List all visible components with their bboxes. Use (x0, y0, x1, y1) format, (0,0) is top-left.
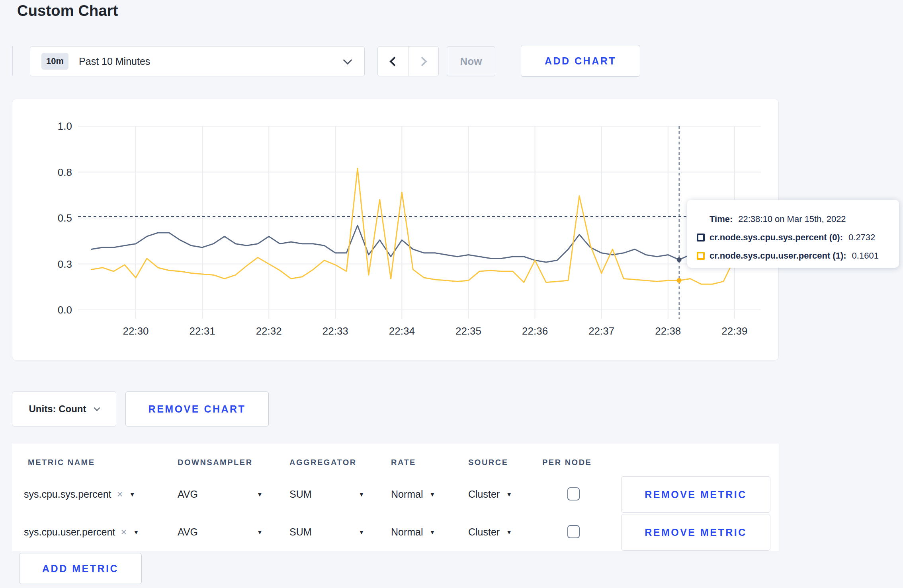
col-header-per-node: PER NODE (542, 458, 592, 467)
caret-down-icon: ▼ (257, 529, 263, 535)
tooltip-series-name: cr.node.sys.cpu.user.percent (1): (710, 251, 846, 261)
now-button[interactable]: Now (447, 46, 495, 76)
caret-down-icon: ▼ (430, 529, 436, 535)
caret-down-icon: ▼ (359, 529, 365, 535)
source-value: Cluster (468, 489, 500, 500)
metric-name-select[interactable]: sys.cpu.sys.percent × ▼ (24, 475, 135, 513)
page-title: Custom Chart (17, 2, 118, 19)
svg-text:22:32: 22:32 (256, 325, 282, 337)
aggregator-value: SUM (289, 526, 312, 538)
source-select[interactable]: Cluster ▼ (468, 513, 512, 551)
col-header-aggregator: AGGREGATOR (289, 458, 357, 467)
chart-plot[interactable]: 0.00.30.50.81.022:3022:3122:3222:3322:34… (12, 99, 779, 361)
clear-metric-icon[interactable]: × (121, 526, 127, 538)
aggregator-select[interactable]: SUM ▼ (289, 513, 364, 551)
custom-chart-page: Custom Chart 10m Past 10 Minutes Now ADD… (0, 0, 903, 588)
time-window-badge: 10m (41, 53, 68, 70)
downsampler-value: AVG (178, 489, 198, 500)
caret-down-icon: ▼ (359, 491, 365, 498)
col-header-source: SOURCE (468, 458, 508, 467)
svg-text:0.8: 0.8 (58, 166, 72, 178)
add-chart-button[interactable]: ADD CHART (521, 45, 640, 77)
chevron-down-icon (343, 56, 352, 65)
source-value: Cluster (468, 526, 500, 538)
caret-down-icon: ▼ (506, 491, 512, 498)
aggregator-value: SUM (289, 489, 312, 500)
svg-text:22:34: 22:34 (389, 325, 415, 337)
rate-select[interactable]: Normal ▼ (391, 513, 435, 551)
caret-down-icon: ▼ (133, 529, 139, 535)
tooltip-series-name: cr.node.sys.cpu.sys.percent (0): (710, 232, 843, 243)
svg-text:22:36: 22:36 (522, 325, 548, 337)
metric-name-value: sys.cpu.user.percent (24, 526, 115, 538)
chart-tooltip: Time: 22:38:10 on Mar 15th, 2022 cr.node… (687, 200, 899, 268)
caret-down-icon: ▼ (257, 491, 263, 498)
per-node-checkbox[interactable] (567, 487, 580, 500)
remove-metric-button[interactable]: REMOVE METRIC (621, 476, 770, 513)
units-dropdown[interactable]: Units: Count (12, 391, 116, 426)
metric-name-value: sys.cpu.sys.percent (24, 489, 111, 500)
chevron-right-icon (417, 56, 427, 66)
metrics-table-header: METRIC NAME DOWNSAMPLER AGGREGATOR RATE … (12, 444, 779, 475)
rate-select[interactable]: Normal ▼ (391, 475, 435, 513)
chevron-left-icon (389, 56, 399, 66)
caret-down-icon: ▼ (506, 529, 512, 535)
caret-down-icon: ▼ (129, 491, 135, 498)
per-node-checkbox[interactable] (567, 525, 580, 538)
aggregator-select[interactable]: SUM ▼ (289, 475, 364, 513)
time-window-dropdown[interactable]: 10m Past 10 Minutes (30, 46, 365, 76)
svg-text:0.0: 0.0 (58, 304, 72, 316)
tooltip-series-value: 0.1601 (852, 251, 879, 261)
svg-text:0.3: 0.3 (58, 258, 72, 270)
remove-metric-button[interactable]: REMOVE METRIC (621, 514, 770, 551)
units-label: Units: Count (29, 403, 86, 415)
add-metric-button[interactable]: ADD METRIC (19, 553, 142, 584)
metrics-table: METRIC NAME DOWNSAMPLER AGGREGATOR RATE … (12, 444, 779, 551)
series-sys-legend-swatch (697, 234, 705, 241)
chart-card: 0.00.30.50.81.022:3022:3122:3222:3322:34… (12, 99, 779, 360)
time-window-label: Past 10 Minutes (79, 56, 150, 67)
next-timeframe-button[interactable] (408, 47, 438, 76)
svg-text:22:31: 22:31 (190, 325, 215, 337)
time-nav-group (377, 46, 439, 76)
downsampler-select[interactable]: AVG ▼ (178, 475, 263, 513)
tooltip-time-value: 22:38:10 on Mar 15th, 2022 (738, 214, 846, 224)
downsampler-select[interactable]: AVG ▼ (178, 513, 263, 551)
svg-text:22:35: 22:35 (455, 325, 481, 337)
source-select[interactable]: Cluster ▼ (468, 475, 512, 513)
svg-text:22:30: 22:30 (123, 325, 149, 337)
tooltip-series-value: 0.2732 (848, 232, 875, 243)
chevron-down-icon (94, 405, 100, 411)
series-user-legend-swatch (697, 252, 705, 260)
downsampler-value: AVG (178, 526, 198, 538)
prev-timeframe-button[interactable] (378, 47, 408, 76)
svg-text:22:39: 22:39 (721, 325, 747, 337)
svg-text:22:33: 22:33 (322, 325, 348, 337)
rate-value: Normal (391, 489, 423, 500)
col-header-metric-name: METRIC NAME (28, 458, 95, 467)
tooltip-time-label: Time: (710, 214, 733, 224)
clear-metric-icon[interactable]: × (117, 488, 123, 500)
svg-text:0.5: 0.5 (58, 212, 72, 224)
svg-text:22:37: 22:37 (588, 325, 614, 337)
metric-name-select[interactable]: sys.cpu.user.percent × ▼ (24, 513, 139, 551)
toolbar-divider (12, 46, 13, 76)
col-header-downsampler: DOWNSAMPLER (178, 458, 253, 467)
metric-row: sys.cpu.user.percent × ▼ AVG ▼ SUM ▼ Nor… (12, 513, 779, 551)
svg-text:22:38: 22:38 (655, 325, 681, 337)
metric-row: sys.cpu.sys.percent × ▼ AVG ▼ SUM ▼ Norm… (12, 475, 779, 513)
remove-chart-button[interactable]: REMOVE CHART (125, 391, 269, 426)
col-header-rate: RATE (391, 458, 416, 467)
rate-value: Normal (391, 526, 423, 538)
svg-text:1.0: 1.0 (58, 120, 72, 132)
caret-down-icon: ▼ (430, 491, 436, 498)
